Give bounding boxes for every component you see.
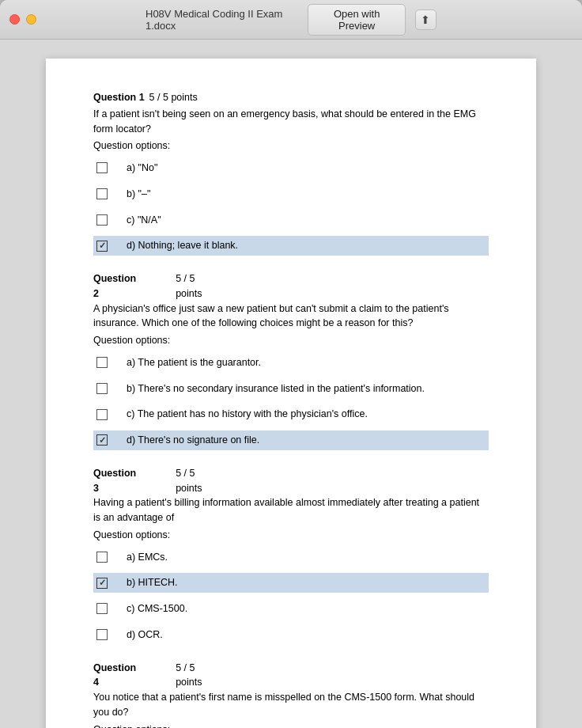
document: Question 1 5 / 5 points If a patient isn…	[46, 59, 536, 728]
q1-checkbox-a[interactable]	[96, 162, 108, 173]
q3-option-c: c) CMS-1500.	[93, 599, 489, 619]
q2-text-d: d) There's no signature on file.	[127, 433, 259, 448]
question-1-header: Question 1 5 / 5 points	[93, 90, 489, 105]
question-4-number: 4	[93, 675, 136, 690]
q2-checkbox-c[interactable]	[96, 409, 108, 420]
q2-checkbox-b[interactable]	[96, 383, 108, 394]
q1-option-c: c) "N/A"	[93, 210, 489, 230]
question-4-label: Question	[93, 661, 136, 676]
q3-checkbox-b[interactable]	[96, 578, 108, 589]
titlebar: H08V Medical Coding II Exam 1.docx Open …	[0, 0, 582, 40]
share-button[interactable]: ⬆	[415, 9, 436, 30]
question-2-points2: points	[176, 286, 202, 301]
close-button[interactable]	[9, 14, 20, 25]
q1-text-a: a) "No"	[127, 161, 157, 176]
q1-text-c: c) "N/A"	[127, 213, 161, 228]
q3-option-b: b) HITECH.	[93, 573, 489, 593]
question-4-points2: points	[176, 675, 202, 690]
question-1-block: Question 1 5 / 5 points If a patient isn…	[93, 90, 489, 256]
q3-text-d: d) OCR.	[127, 628, 163, 643]
q2-checkbox-d[interactable]	[96, 434, 108, 446]
question-3-points: 5 / 5	[176, 466, 202, 481]
traffic-lights	[9, 14, 36, 25]
q3-checkbox-a[interactable]	[96, 552, 108, 563]
q1-checkbox-d[interactable]	[96, 241, 108, 252]
q2-option-d: d) There's no signature on file.	[93, 430, 489, 450]
question-4-text: You notice that a patient's first name i…	[93, 690, 489, 720]
q3-checkbox-c[interactable]	[96, 603, 108, 614]
q1-option-b: b) "–"	[93, 184, 489, 204]
q1-checkbox-c[interactable]	[96, 214, 108, 226]
open-preview-button[interactable]: Open with Preview	[308, 4, 405, 36]
q2-option-b: b) There's no secondary insurance listed…	[93, 379, 489, 399]
question-2-label: Question	[93, 271, 136, 286]
question-3-text: Having a patient's billing information a…	[93, 495, 489, 525]
q2-text-c: c) The patient has no history with the p…	[127, 407, 368, 422]
titlebar-center: H08V Medical Coding II Exam 1.docx Open …	[146, 4, 436, 36]
q1-checkbox-b[interactable]	[96, 188, 108, 199]
q3-checkbox-d[interactable]	[96, 629, 108, 640]
content-area: Question 1 5 / 5 points If a patient isn…	[0, 40, 582, 728]
question-3-options-label: Question options:	[93, 528, 489, 543]
q1-text-b: b) "–"	[127, 187, 150, 202]
q2-checkbox-a[interactable]	[96, 357, 108, 368]
question-2-block: Question 2 5 / 5 points A physician's of…	[93, 271, 489, 450]
question-1-label: Question 1	[93, 90, 145, 105]
q3-option-a: a) EMCs.	[93, 548, 489, 567]
question-4-points: 5 / 5	[176, 661, 202, 676]
window-title: H08V Medical Coding II Exam 1.docx	[146, 8, 298, 32]
question-2-text: A physician's office just saw a new pati…	[93, 301, 489, 332]
q3-text-c: c) CMS-1500.	[127, 601, 187, 616]
question-3-block: Question 3 5 / 5 points Having a patient…	[93, 466, 489, 645]
share-icon: ⬆	[421, 13, 430, 26]
q1-option-d: d) Nothing; leave it blank.	[93, 236, 489, 256]
q3-text-a: a) EMCs.	[127, 550, 168, 565]
app-window: H08V Medical Coding II Exam 1.docx Open …	[0, 0, 582, 728]
q1-text-d: d) Nothing; leave it blank.	[127, 238, 238, 253]
question-4-block: Question 4 5 / 5 points You notice that …	[93, 661, 489, 729]
q3-text-b: b) HITECH.	[127, 575, 178, 590]
q2-text-b: b) There's no secondary insurance listed…	[127, 381, 425, 396]
question-3-label: Question	[93, 466, 136, 481]
question-1-options-label: Question options:	[93, 138, 489, 154]
q1-option-a: a) "No"	[93, 158, 489, 178]
question-2-options-label: Question options:	[93, 333, 489, 348]
q2-text-a: a) The patient is the guarantor.	[127, 355, 261, 370]
question-3-points2: points	[176, 481, 202, 496]
question-2-number: 2	[93, 286, 136, 301]
question-1-points: 5 / 5 points	[149, 90, 198, 105]
q3-option-d: d) OCR.	[93, 625, 489, 645]
question-2-points: 5 / 5	[176, 271, 202, 286]
question-4-options-label: Question options:	[93, 722, 489, 729]
q2-option-a: a) The patient is the guarantor.	[93, 353, 489, 373]
minimize-button[interactable]	[26, 14, 36, 25]
question-1-text: If a patient isn't being seen on an emer…	[93, 107, 489, 137]
question-3-number: 3	[93, 481, 136, 496]
q2-option-c: c) The patient has no history with the p…	[93, 404, 489, 424]
